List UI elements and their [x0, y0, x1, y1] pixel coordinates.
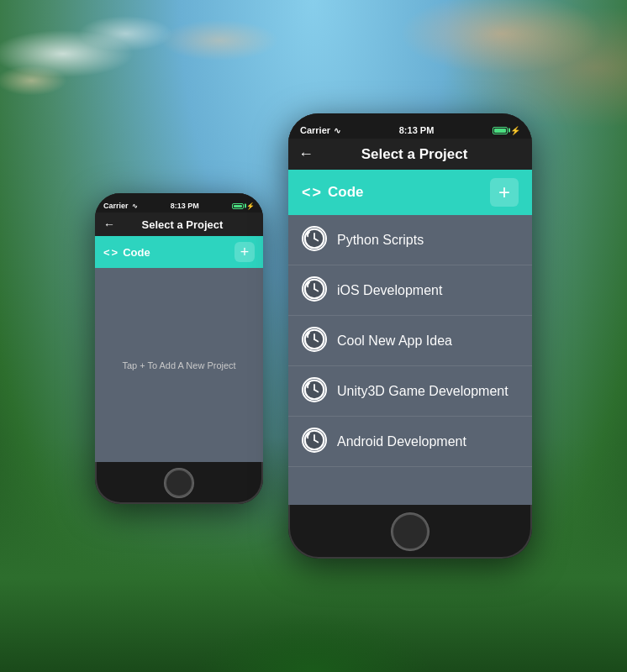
scene: Carrier ∿ 8:13 PM ⚡ ← Select a Project <…	[0, 0, 627, 672]
project-name: Unity3D Game Development	[337, 384, 519, 399]
top-notch-large	[288, 113, 532, 120]
add-project-button-small[interactable]: +	[234, 242, 255, 262]
nav-bar-large: ← Select a Project	[288, 139, 532, 170]
history-icon	[302, 428, 327, 456]
time-small: 8:13 PM	[171, 202, 199, 210]
carrier-small: Carrier ∿	[103, 202, 138, 210]
history-icon	[302, 377, 327, 406]
code-label-small: Code	[123, 246, 234, 259]
wifi-icon-large: ∿	[334, 126, 340, 135]
nav-title-small: Select a Project	[122, 218, 243, 231]
code-icon-small: < >	[103, 246, 118, 259]
project-list-item[interactable]: Python Scripts	[288, 215, 532, 265]
project-list-container: Python Scripts iOS Development Cool New …	[288, 215, 532, 505]
add-project-button-large[interactable]: +	[490, 178, 519, 207]
battery-fill-small	[234, 205, 242, 207]
home-button-large[interactable]	[392, 513, 429, 550]
project-list-item[interactable]: Android Development	[288, 417, 532, 467]
carrier-text-small: Carrier	[103, 202, 129, 210]
project-name: Android Development	[337, 434, 519, 449]
wifi-icon-small: ∿	[132, 202, 138, 210]
charging-icon-small: ⚡	[246, 202, 255, 210]
empty-text-small: Tap + To Add A New Project	[122, 360, 235, 370]
history-icon	[302, 276, 327, 305]
status-right-small: ⚡	[232, 202, 255, 210]
battery-icon-large	[493, 127, 508, 134]
nav-title-large: Select a Project	[322, 146, 507, 163]
code-icon-large: < >	[302, 184, 321, 202]
time-large: 8:13 PM	[399, 125, 435, 135]
phone-small: Carrier ∿ 8:13 PM ⚡ ← Select a Project <…	[95, 193, 263, 504]
code-label-large: Code	[328, 184, 490, 201]
history-icon	[302, 226, 327, 255]
code-row-small[interactable]: < > Code +	[95, 236, 263, 268]
project-list-item[interactable]: Unity3D Game Development	[288, 366, 532, 417]
home-button-small[interactable]	[165, 469, 193, 497]
nav-bar-small: ← Select a Project	[95, 213, 263, 236]
status-bar-small: Carrier ∿ 8:13 PM ⚡	[95, 198, 263, 213]
battery-icon-small	[232, 203, 244, 209]
code-row-large[interactable]: < > Code +	[288, 170, 532, 215]
charging-icon-large: ⚡	[510, 126, 520, 135]
project-list: Python Scripts iOS Development Cool New …	[288, 215, 532, 467]
project-list-item[interactable]: Cool New App Idea	[288, 316, 532, 366]
phone-large: Carrier ∿ 8:13 PM ⚡ ← Select a Project <…	[288, 113, 532, 559]
project-name: iOS Development	[337, 283, 519, 298]
status-bar-large: Carrier ∿ 8:13 PM ⚡	[288, 120, 532, 139]
history-icon	[302, 327, 327, 355]
content-small: Tap + To Add A New Project	[95, 268, 263, 462]
carrier-text-large: Carrier	[300, 125, 330, 135]
back-button-small[interactable]: ←	[103, 218, 115, 231]
battery-fill-large	[494, 129, 506, 133]
carrier-large: Carrier ∿	[300, 125, 340, 135]
back-button-large[interactable]: ←	[298, 145, 314, 163]
project-name: Cool New App Idea	[337, 333, 519, 349]
empty-message-small: Tap + To Add A New Project	[95, 268, 263, 462]
project-name: Python Scripts	[337, 233, 519, 248]
status-right-large: ⚡	[493, 126, 520, 135]
project-list-item[interactable]: iOS Development	[288, 265, 532, 316]
